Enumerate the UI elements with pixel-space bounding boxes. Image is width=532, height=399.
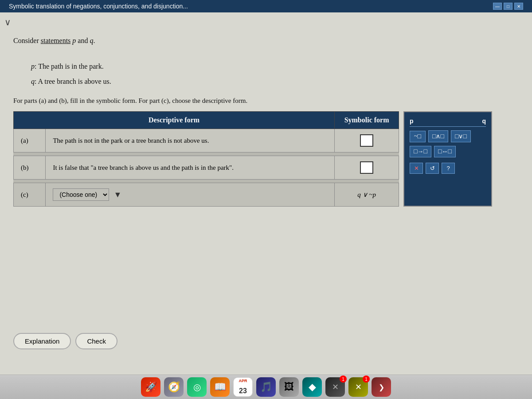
symbol-panel-header: p q (410, 117, 486, 127)
chevron-down-icon[interactable]: ∨ (4, 17, 11, 27)
conjunction-button[interactable]: □∧□ (428, 130, 448, 142)
row-b-label: (b) (14, 156, 46, 180)
col-descriptive: Descriptive form (14, 112, 335, 129)
close-button[interactable]: ✕ (514, 3, 523, 10)
app2-icon: ✕ (332, 382, 339, 392)
row-b-input[interactable] (360, 161, 373, 174)
dock-compass[interactable]: 🧭 (164, 377, 184, 397)
notification-badge: 1 (340, 376, 347, 383)
compass-icon: 🧭 (168, 381, 180, 393)
photos-icon: 🖼 (284, 381, 294, 393)
dock-app4[interactable]: ❯ (372, 377, 391, 397)
main-table: Descriptive form Symbolic form (a) The p… (13, 111, 399, 207)
check-button[interactable]: Check (75, 333, 117, 349)
app3-icon: ✕ (355, 382, 362, 392)
dock-app1[interactable]: ◆ (302, 377, 322, 397)
chevron-area[interactable]: ∨ (4, 17, 11, 27)
main-content: ∨ Consider statements p and q. p: The pa… (0, 12, 532, 376)
table-row-c: (c) (Choose one) ▼ q ∨ ~p (14, 183, 399, 207)
negation-button[interactable]: ~□ (410, 131, 426, 142)
dock-app3[interactable]: ✕ 1 (348, 377, 368, 397)
music-icon: 🎵 (260, 381, 272, 393)
implication-button[interactable]: □→□ (410, 146, 431, 157)
rocket-icon: 🚀 (145, 381, 157, 393)
top-bar-title: Symbolic translation of negations, conju… (9, 3, 188, 10)
row-c-symbolic: q ∨ ~p (335, 183, 399, 207)
book-icon: 📖 (214, 381, 226, 393)
table-area: Descriptive form Symbolic form (a) The p… (13, 111, 519, 207)
dock-app2[interactable]: ✕ 1 (325, 377, 345, 397)
app1-icon: ◆ (309, 381, 316, 393)
app4-icon: ❯ (379, 383, 384, 391)
intro-text: Consider statements p and q. (13, 37, 95, 44)
table-row-b: (b) It is false that "a tree branch is a… (14, 156, 399, 180)
dropdown-area: (Choose one) ▼ (53, 188, 327, 201)
symbol-row-1: ~□ □∧□ □∨□ (410, 130, 486, 142)
p-label: p (31, 63, 35, 70)
explanation-button[interactable]: Explanation (13, 333, 71, 349)
panel-q-label: q (482, 117, 486, 125)
p-statement: p: The path is in the park. (31, 60, 519, 73)
row-a-label: (a) (14, 129, 46, 153)
top-bar: Symbolic translation of negations, conju… (0, 0, 532, 12)
q-label: q (31, 78, 35, 85)
dock-music[interactable]: 🎵 (256, 377, 276, 397)
dock-calendar[interactable]: APR 23 (233, 377, 253, 397)
row-c-select[interactable]: (Choose one) (53, 188, 109, 201)
row-separator-2 (14, 180, 399, 183)
calendar-month: APR (239, 379, 247, 383)
symbol-row-2: □→□ □↔□ (410, 146, 486, 157)
dock-photos[interactable]: 🖼 (279, 377, 299, 397)
maximize-button[interactable]: □ (504, 3, 512, 10)
minimize-button[interactable]: — (493, 3, 502, 10)
instruction-text: For parts (a) and (b), fill in the symbo… (13, 97, 519, 105)
top-bar-controls: — □ ✕ (493, 3, 523, 10)
biconditional-button[interactable]: □↔□ (434, 146, 456, 157)
panel-p-label: p (410, 117, 414, 125)
row-a-symbolic (335, 129, 399, 153)
row-separator-1 (14, 153, 399, 156)
action-row: ✕ ↺ ? (410, 163, 486, 174)
dock-rocket[interactable]: 🚀 (141, 377, 160, 397)
dropdown-arrow: ▼ (113, 190, 121, 200)
q-desc: : A tree branch is above us. (35, 78, 111, 85)
notification-badge-2: 1 (363, 376, 370, 383)
q-statement: q: A tree branch is above us. (31, 75, 519, 88)
disjunction-button[interactable]: □∨□ (451, 130, 471, 142)
symbol-panel: p q ~□ □∧□ □∨□ □→□ □↔□ ✕ ↺ ? (403, 111, 492, 207)
row-c-label: (c) (14, 183, 46, 207)
mac-dock: 🚀 🧭 ◎ 📖 APR 23 🎵 🖼 ◆ ✕ 1 ✕ 1 ❯ (0, 375, 532, 399)
row-a-desc: The path is not in the park or a tree br… (46, 129, 335, 153)
row-c-desc: (Choose one) ▼ (46, 183, 335, 207)
row-a-input[interactable] (360, 134, 373, 147)
browser-icon: ◎ (193, 382, 201, 392)
clear-button[interactable]: ✕ (410, 163, 423, 174)
dock-book[interactable]: 📖 (210, 377, 230, 397)
calendar-date: 23 (239, 387, 247, 395)
help-button[interactable]: ? (442, 163, 455, 174)
row-c-sym-display: q ∨ ~p (357, 191, 376, 198)
bottom-buttons: Explanation Check (13, 333, 117, 349)
col-symbolic: Symbolic form (335, 112, 399, 129)
undo-button[interactable]: ↺ (426, 163, 439, 174)
dock-browser[interactable]: ◎ (187, 377, 207, 397)
row-b-symbolic (335, 156, 399, 180)
row-b-desc: It is false that "a tree branch is above… (46, 156, 335, 180)
p-desc: : The path is in the park. (35, 63, 104, 70)
problem-intro: Consider statements p and q. p: The path… (13, 35, 519, 88)
table-row-a: (a) The path is not in the park or a tre… (14, 129, 399, 153)
